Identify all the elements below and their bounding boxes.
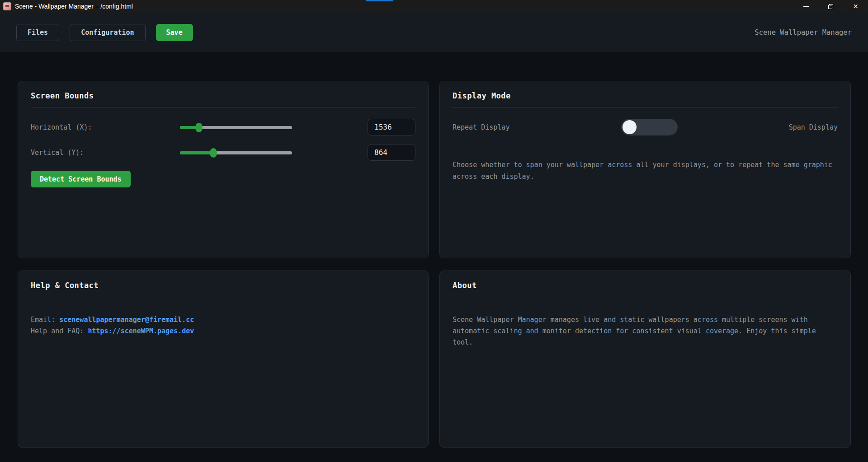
toggle-knob (623, 120, 637, 134)
minimize-button[interactable] (793, 0, 818, 13)
display-mode-card: Display Mode Repeat Display Span Display… (439, 81, 851, 258)
close-button[interactable]: ✕ (843, 0, 868, 13)
help-contact-title: Help & Contact (31, 281, 415, 290)
contact-lines: Email: scenewallpapermanager@firemail.cc… (31, 314, 415, 337)
titlebar: Scene - Wallpaper Manager – /config.html… (0, 0, 868, 13)
vertical-row: Vertical (Y): (31, 144, 415, 161)
vertical-label: Vertical (Y): (31, 149, 180, 157)
repeat-display-label: Repeat Display (453, 123, 509, 131)
close-icon: ✕ (853, 3, 859, 10)
configuration-button[interactable]: Configuration (70, 24, 145, 41)
window-title: Scene - Wallpaper Manager – /config.html (15, 3, 133, 10)
email-label: Email: (31, 316, 59, 324)
email-line: Email: scenewallpapermanager@firemail.cc (31, 314, 415, 326)
email-link[interactable]: scenewallpapermanager@firemail.cc (59, 316, 194, 324)
display-mode-row: Repeat Display Span Display (453, 119, 838, 135)
divider (453, 297, 838, 297)
faq-link[interactable]: https://sceneWPM.pages.dev (88, 327, 194, 335)
slider-fill (180, 151, 213, 154)
files-button[interactable]: Files (16, 24, 59, 41)
divider (31, 297, 415, 297)
divider (453, 107, 838, 107)
screen-bounds-title: Screen Bounds (31, 91, 415, 100)
horizontal-row: Horizontal (X): (31, 119, 415, 135)
help-contact-card: Help & Contact Email: scenewallpapermana… (18, 271, 429, 448)
faq-label: Help and FAQ: (31, 327, 88, 335)
about-card: About Scene Wallpaper Manager manages li… (439, 271, 851, 448)
restore-icon (828, 4, 833, 9)
minimize-icon (803, 6, 809, 7)
maximize-button[interactable] (818, 0, 843, 13)
window-controls: ✕ (793, 0, 868, 13)
vertical-value-input[interactable] (368, 144, 415, 161)
detect-screen-bounds-button[interactable]: Detect Screen Bounds (31, 171, 131, 187)
display-mode-toggle[interactable] (621, 119, 678, 135)
screen-bounds-card: Screen Bounds Horizontal (X): Vertical (… (18, 81, 429, 258)
main-content: Screen Bounds Horizontal (X): Vertical (… (0, 52, 868, 448)
horizontal-slider-thumb[interactable] (195, 123, 203, 132)
horizontal-label: Horizontal (X): (31, 123, 180, 131)
display-mode-title: Display Mode (453, 91, 838, 100)
horizontal-value-input[interactable] (368, 119, 415, 135)
faq-line: Help and FAQ: https://sceneWPM.pages.dev (31, 326, 415, 337)
horizontal-slider[interactable] (180, 123, 292, 131)
about-title: About (453, 281, 838, 290)
display-mode-description: Choose whether to span your wallpaper ac… (453, 159, 838, 182)
top-accent-bar (366, 0, 393, 1)
vertical-slider[interactable] (180, 149, 292, 157)
divider (31, 107, 415, 107)
app-icon (3, 2, 11, 10)
span-display-label: Span Display (789, 123, 838, 131)
about-description: Scene Wallpaper Manager manages live and… (453, 314, 838, 348)
app-title: Scene Wallpaper Manager (755, 28, 852, 37)
toolbar: Files Configuration Save Scene Wallpaper… (0, 13, 868, 52)
vertical-slider-thumb[interactable] (210, 148, 217, 158)
save-button[interactable]: Save (156, 24, 193, 41)
